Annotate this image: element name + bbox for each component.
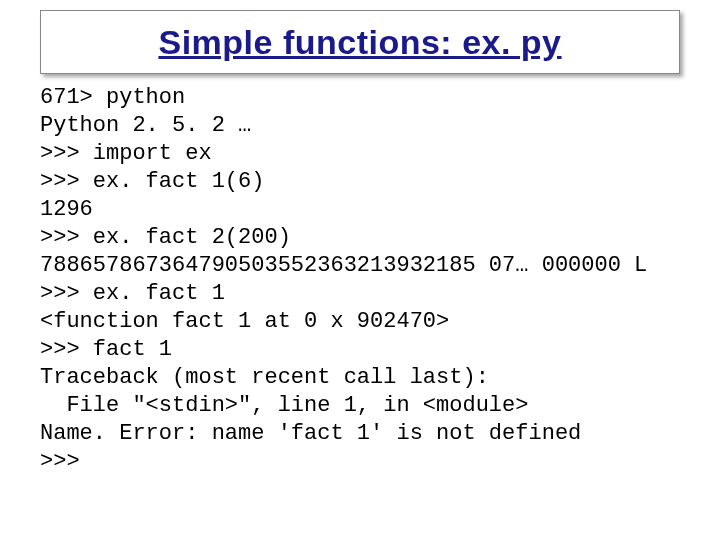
code-line: 1296 (40, 197, 93, 222)
slide: Simple functions: ex. py 671> python Pyt… (0, 0, 720, 540)
code-line: Python 2. 5. 2 … (40, 113, 251, 138)
code-line: Traceback (most recent call last): (40, 365, 489, 390)
code-line: Name. Error: name 'fact 1' is not define… (40, 421, 581, 446)
code-block: 671> python Python 2. 5. 2 … >>> import … (40, 84, 680, 476)
code-line: >>> import ex (40, 141, 212, 166)
code-line: >>> (40, 449, 80, 474)
code-line: 671> python (40, 85, 185, 110)
code-line: >>> ex. fact 1(6) (40, 169, 264, 194)
title-box: Simple functions: ex. py (40, 10, 680, 74)
code-line: >>> ex. fact 1 (40, 281, 225, 306)
code-line: <function fact 1 at 0 x 902470> (40, 309, 449, 334)
code-line: >>> ex. fact 2(200) (40, 225, 291, 250)
code-line: File "<stdin>", line 1, in <module> (40, 393, 528, 418)
code-line: >>> fact 1 (40, 337, 172, 362)
code-line: 788657867364790503552363213932185 07… 00… (40, 253, 647, 278)
slide-title: Simple functions: ex. py (158, 23, 561, 62)
